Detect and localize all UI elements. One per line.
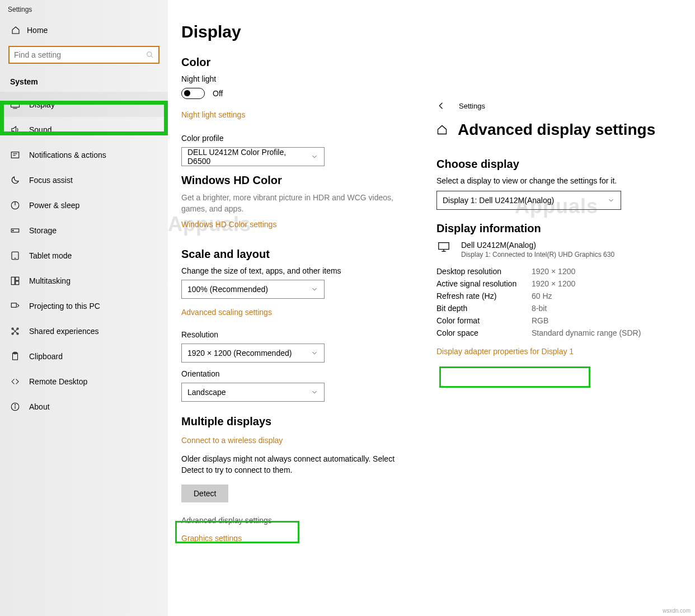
- highlight-adapter-properties: [439, 366, 590, 388]
- section-multiple-displays: Multiple displays: [181, 415, 416, 428]
- advanced-display-panel: Settings Advanced display settings Choos…: [436, 101, 683, 361]
- night-light-label: Night light: [181, 74, 416, 83]
- info-key: Bit depth: [436, 304, 532, 313]
- night-light-state: Off: [213, 89, 223, 98]
- display-connection: Display 1: Connected to Intel(R) UHD Gra…: [461, 251, 614, 258]
- home-icon: [11, 26, 20, 35]
- info-val: RGB: [532, 316, 548, 325]
- color-profile-select[interactable]: DELL U2412M Color Profile, D6500: [181, 147, 325, 166]
- svg-rect-14: [11, 303, 16, 307]
- multitasking-icon: [10, 276, 20, 286]
- nav-about[interactable]: About: [0, 394, 168, 419]
- search-field[interactable]: [8, 46, 159, 64]
- nav-sound[interactable]: Sound: [0, 117, 168, 142]
- nav-home-label: Home: [27, 26, 48, 35]
- projecting-icon: [10, 301, 20, 311]
- nav-label: About: [29, 402, 50, 411]
- info-key: Refresh rate (Hz): [436, 291, 532, 300]
- nav-display[interactable]: Display: [0, 92, 168, 117]
- search-input[interactable]: [10, 50, 158, 59]
- display-settings-main: Display Color Night light Off Night ligh…: [181, 22, 416, 548]
- night-light-settings-link[interactable]: Night light settings: [181, 110, 245, 119]
- nav-multitasking[interactable]: Multitasking: [0, 268, 168, 293]
- power-icon: [10, 200, 20, 210]
- nav-label: Display: [29, 100, 55, 109]
- svg-point-8: [13, 230, 14, 231]
- nav-projecting[interactable]: Projecting to this PC: [0, 293, 168, 318]
- detect-button[interactable]: Detect: [181, 485, 228, 502]
- section-scale: Scale and layout: [181, 248, 416, 261]
- night-light-toggle[interactable]: [181, 88, 205, 99]
- category-title: System: [0, 77, 168, 92]
- home-icon: [436, 124, 448, 135]
- resolution-select[interactable]: 1920 × 1200 (Recommended): [181, 344, 325, 363]
- graphics-settings-link[interactable]: Graphics settings: [181, 534, 242, 543]
- nav-label: Notifications & actions: [29, 151, 106, 159]
- hd-color-settings-link[interactable]: Windows HD Color settings: [181, 220, 276, 229]
- nav-home[interactable]: Home: [0, 13, 168, 46]
- display-adapter-properties-link[interactable]: Display adapter properties for Display 1: [436, 347, 574, 356]
- monitor-icon: [436, 241, 451, 253]
- nav-storage[interactable]: Storage: [0, 218, 168, 243]
- scale-select[interactable]: 100% (Recommended): [181, 280, 325, 299]
- clipboard-icon: [10, 351, 20, 361]
- nav-shared-experiences[interactable]: Shared experiences: [0, 318, 168, 344]
- info-key: Color format: [436, 316, 532, 325]
- nav-notifications[interactable]: Notifications & actions: [0, 142, 168, 167]
- info-val: 1920 × 1200: [532, 279, 575, 288]
- back-arrow-icon: [436, 101, 447, 111]
- nav-tablet-mode[interactable]: Tablet mode: [0, 243, 168, 268]
- chevron-down-icon: [311, 153, 318, 161]
- svg-rect-2: [11, 101, 20, 107]
- back-button[interactable]: Settings: [436, 101, 683, 111]
- remote-icon: [10, 377, 20, 387]
- connect-wireless-link[interactable]: Connect to a wireless display: [181, 436, 283, 445]
- svg-rect-13: [16, 281, 19, 284]
- search-icon: [146, 51, 154, 59]
- display-icon: [10, 100, 20, 110]
- nav-label: Tablet mode: [29, 251, 72, 260]
- info-val: 1920 × 1200: [532, 267, 575, 276]
- page-title: Display: [181, 22, 416, 41]
- scale-label: Change the size of text, apps, and other…: [181, 266, 416, 275]
- info-icon: [10, 402, 20, 412]
- advanced-display-settings-link[interactable]: Advanced display settings: [181, 512, 416, 528]
- advanced-title: Advanced display settings: [458, 121, 655, 139]
- nav-clipboard[interactable]: Clipboard: [0, 344, 168, 369]
- moon-icon: [10, 175, 20, 185]
- nav-label: Remote Desktop: [29, 377, 87, 386]
- nav-remote-desktop[interactable]: Remote Desktop: [0, 369, 168, 394]
- notifications-icon: [10, 150, 20, 160]
- orientation-value: Landscape: [187, 388, 226, 397]
- choose-display-select[interactable]: Display 1: Dell U2412M(Analog): [436, 191, 621, 210]
- sound-icon: [10, 125, 20, 135]
- nav-focus-assist[interactable]: Focus assist: [0, 167, 168, 192]
- watermark-source: wsxdn.com: [663, 608, 691, 614]
- display-name: Dell U2412M(Analog): [461, 241, 614, 250]
- choose-display-heading: Choose display: [436, 158, 683, 171]
- orientation-select[interactable]: Landscape: [181, 383, 325, 402]
- scale-value: 100% (Recommended): [187, 285, 268, 294]
- info-val: 8-bit: [532, 304, 547, 313]
- nav-label: Projecting to this PC: [29, 302, 100, 311]
- choose-display-value: Display 1: Dell U2412M(Analog): [443, 196, 554, 205]
- svg-rect-11: [11, 277, 15, 285]
- nav-label: Shared experiences: [29, 327, 99, 336]
- resolution-label: Resolution: [181, 330, 416, 339]
- svg-rect-4: [11, 152, 19, 158]
- section-hd-color: Windows HD Color: [181, 174, 416, 187]
- settings-sidebar: Settings Home System Display Sound Notif…: [0, 0, 168, 616]
- nav-power-sleep[interactable]: Power & sleep: [0, 192, 168, 218]
- svg-point-23: [15, 404, 15, 405]
- resolution-value: 1920 × 1200 (Recommended): [187, 349, 292, 358]
- color-profile-label: Color profile: [181, 134, 416, 143]
- chevron-down-icon: [607, 196, 615, 204]
- orientation-label: Orientation: [181, 369, 416, 378]
- svg-rect-12: [16, 277, 19, 280]
- info-key: Active signal resolution: [436, 279, 532, 288]
- back-label: Settings: [459, 102, 485, 110]
- chevron-down-icon: [311, 388, 318, 396]
- advanced-scaling-link[interactable]: Advanced scaling settings: [181, 308, 272, 317]
- choose-display-desc: Select a display to view or change the s…: [436, 176, 683, 185]
- info-key: Color space: [436, 328, 532, 337]
